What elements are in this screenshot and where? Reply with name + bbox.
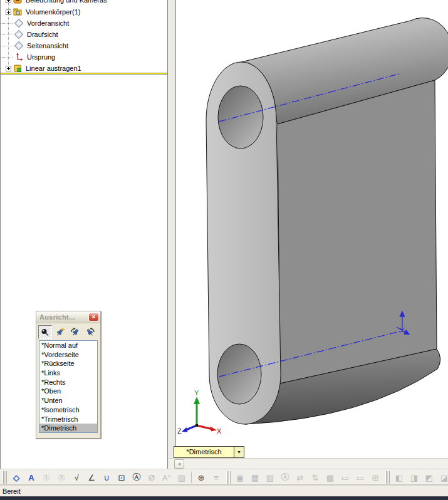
smart-dimension-icon[interactable]: ◇ [9,471,23,484]
status-bar: Bereit [0,486,448,496]
note-icon[interactable]: A [24,471,38,484]
pushpin-icon [40,327,50,337]
view-item[interactable]: *Unten [39,396,97,405]
view-item[interactable]: *Isometrisch [39,405,97,415]
close-icon[interactable]: × [88,313,99,321]
part-top-hole [218,86,263,148]
tree-stub [1,46,13,46]
format-painter-icon: ▧ [263,471,277,484]
boss-extrude-icon [13,63,23,73]
dialog-title: Ausricht... [39,313,88,321]
view-item[interactable]: *Rückseite [39,359,97,368]
block-grid-icon: ▩ [323,471,337,484]
expand-icon[interactable] [6,0,11,3]
view-item[interactable]: *Links [39,368,97,378]
plane-icon [14,41,24,51]
assembly-icon-4: ◪ [437,471,448,484]
orientation-dialog: Ausricht... × [36,311,101,439]
solidworks-window: Beleuchtung und Kameras Volumenkörper(1)… [0,0,448,500]
triad-x-label: X [217,427,221,435]
surface-finish-icon[interactable]: √ [70,471,83,484]
tree-item-front-plane[interactable]: Vorderansicht [1,18,167,29]
picture-2-icon: ▭ [353,471,367,484]
assembly-icon-2: ◨ [407,471,421,484]
spell-checker-icon: Ⓐ [278,471,292,484]
reference-triad: Y X Z [177,390,221,437]
hatch-fill-icon: ▨ [175,471,189,484]
tree-item-label: Beleuchtung und Kameras [24,0,108,4]
chevron-down-icon: ▼ [237,450,241,454]
status-text: Bereit [3,487,21,495]
dialog-toolbar [36,323,100,340]
area-hatch-icon: A° [160,471,174,484]
tree-item-top-plane[interactable]: Draufsicht [1,29,167,40]
balloon-icon: ① [39,471,53,484]
update-standard-views-button[interactable] [68,325,82,339]
centerline-icon: ≡ [209,471,223,484]
reorder-views-icon: ⇅ [308,471,322,484]
datum-feature-icon[interactable]: ⊡ [115,471,128,484]
triad-y-label: Y [194,390,199,397]
taskbar-edge [0,496,448,500]
hierarchy-icon: ⊞ [368,471,382,484]
tree-stub [1,34,13,35]
tree-item-solid-bodies[interactable]: Volumenkörper(1) [1,6,167,18]
pushpin-button[interactable] [38,325,52,339]
origin-icon [14,52,24,62]
toolbar-separator [191,472,192,483]
plane-icon [14,18,24,28]
graphics-viewport[interactable]: Y X Z [176,0,448,458]
view-item[interactable]: *Normal auf [39,341,97,350]
view-list: *Normal auf *Vorderseite *Rückseite *Lin… [39,340,98,433]
new-view-icon [55,327,65,337]
arrow-left-icon: ◄ [177,461,182,467]
triad-z-label: Z [177,427,182,435]
new-view-button[interactable] [53,325,67,339]
bottom-toolbar: ◇A①②√∠∪⊡ⒶØA°▨⊕≡▣▦▧Ⓐ⇄⇅▩▭▭⊞◧◨◩◪⊘ [0,469,448,486]
part-flat-face [278,80,437,383]
view-orientation-value: *Dimetrisch [174,447,234,457]
view-item[interactable]: *Oben [39,387,97,396]
model-items-icon: ▣ [233,471,247,484]
horizontal-scrollbar[interactable]: ◄ [169,458,448,469]
reset-views-icon [85,327,95,337]
reset-standard-views-button[interactable] [83,325,97,339]
tree-item-label: Volumenkörper(1) [24,8,81,16]
plane-icon [14,29,24,39]
expand-icon[interactable] [6,66,11,71]
solid-bodies-folder-icon [13,7,23,17]
dropdown-arrow-button[interactable]: ▼ [234,447,244,457]
scroll-left-button[interactable]: ◄ [174,459,184,469]
center-mark-icon[interactable]: ⊕ [194,471,208,484]
hole-callout-icon: Ø [145,471,159,484]
expand-icon[interactable] [6,9,11,15]
tree-item-label: Ursprung [26,53,56,61]
update-views-icon: ⇄ [293,471,307,484]
tree-stub [1,57,13,58]
update-views-icon [70,327,80,337]
view-item[interactable]: *Rechts [39,378,97,387]
toolbar-grip[interactable] [226,471,231,484]
rollback-bar[interactable] [1,73,167,75]
view-orientation-dropdown[interactable]: *Dimetrisch ▼ [174,446,244,458]
tree-item-label: Vorderansicht [26,19,70,28]
tree-stub [1,23,13,24]
assembly-icon-3: ◩ [422,471,436,484]
datum-target-icon[interactable]: Ⓐ [130,471,143,484]
view-item-selected[interactable]: *Dimetrisch [39,424,97,433]
toolbar-grip[interactable] [3,471,7,484]
assembly-icon-1: ◧ [392,471,406,484]
toolbar-grip[interactable] [385,471,390,484]
tree-item-origin[interactable]: Ursprung [1,51,167,63]
picture-icon: ▭ [338,471,352,484]
tree-item-right-plane[interactable]: Seitenansicht [1,40,167,51]
panel-splitter[interactable] [169,0,176,458]
geometric-tolerance-icon[interactable]: ∪ [100,471,113,484]
weld-symbol-icon[interactable]: ∠ [85,471,98,484]
view-item[interactable]: *Trimetrisch [39,415,97,424]
part-bottom-hole [217,344,261,404]
dialog-title-bar[interactable]: Ausricht... × [36,311,100,323]
tree-item-lights-cameras[interactable]: Beleuchtung und Kameras [1,0,167,6]
blocks-icon: ▦ [248,471,262,484]
view-item[interactable]: *Vorderseite [39,350,97,360]
